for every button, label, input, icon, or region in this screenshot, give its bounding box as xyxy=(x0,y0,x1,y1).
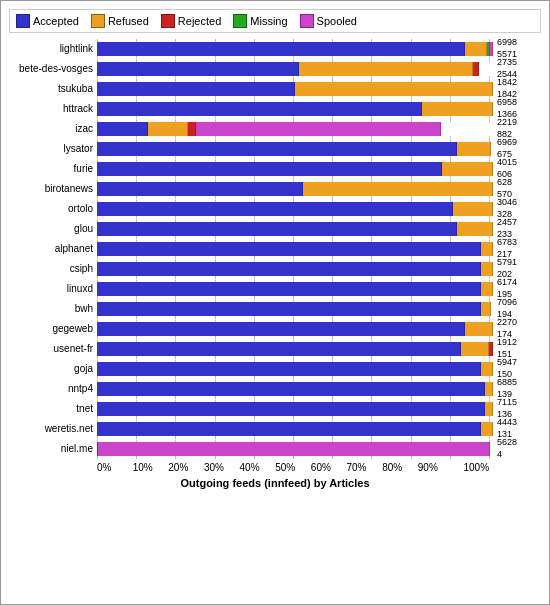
bar-row: alphanet6783217 xyxy=(9,239,541,258)
bar-value-top: 5628 xyxy=(497,437,541,449)
bar-segment-accepted xyxy=(97,42,465,56)
bar-segment-spooled xyxy=(490,42,493,56)
bar-value-top: 1842 xyxy=(497,77,541,89)
bar-row: nntp46885139 xyxy=(9,379,541,398)
bar-segment-accepted xyxy=(97,162,442,176)
bar-row: tsukuba18421842 xyxy=(9,79,541,98)
bar-segment-accepted xyxy=(97,62,299,76)
bar-track xyxy=(97,302,493,316)
row-label: linuxd xyxy=(9,283,97,294)
legend: Accepted Refused Rejected Missing Spoole… xyxy=(9,9,541,33)
legend-label: Spooled xyxy=(317,15,357,27)
bar-segment-accepted xyxy=(97,202,453,216)
bar-segment-accepted xyxy=(97,222,457,236)
row-label: lightlink xyxy=(9,43,97,54)
bar-segment-accepted xyxy=(97,302,481,316)
legend-color-box xyxy=(16,14,30,28)
row-label: lysator xyxy=(9,143,97,154)
x-tick: 40% xyxy=(240,462,276,473)
bar-value-top: 1912 xyxy=(497,337,541,349)
bar-value-top: 7115 xyxy=(497,397,541,409)
row-label: furie xyxy=(9,163,97,174)
legend-color-box xyxy=(91,14,105,28)
bar-track xyxy=(97,182,493,196)
bar-row: niel.me56284 xyxy=(9,439,541,458)
x-tick: 90% xyxy=(418,462,454,473)
row-label: usenet-fr xyxy=(9,343,97,354)
bar-track xyxy=(97,382,493,396)
x-tick: 50% xyxy=(275,462,311,473)
bar-value-top: 628 xyxy=(497,177,541,189)
bar-value-top: 4015 xyxy=(497,157,541,169)
bar-row: birotanews628570 xyxy=(9,179,541,198)
bar-value-top: 2219 xyxy=(497,117,541,129)
bar-track xyxy=(97,402,493,416)
row-label: bete-des-vosges xyxy=(9,63,97,74)
x-tick: 0% xyxy=(97,462,133,473)
legend-item-spooled: Spooled xyxy=(300,14,357,28)
bar-value-top: 6885 xyxy=(497,377,541,389)
legend-color-box xyxy=(300,14,314,28)
row-label: httrack xyxy=(9,103,97,114)
x-tick: 60% xyxy=(311,462,347,473)
bar-track xyxy=(97,442,493,456)
bar-track xyxy=(97,342,493,356)
bar-segment-refused xyxy=(442,162,493,176)
row-label: weretis.net xyxy=(9,423,97,434)
legend-label: Rejected xyxy=(178,15,221,27)
x-tick: 10% xyxy=(133,462,169,473)
bar-segment-refused xyxy=(485,382,493,396)
bar-segment-refused xyxy=(422,102,493,116)
bar-segment-accepted xyxy=(97,382,485,396)
bar-segment-accepted xyxy=(97,362,481,376)
bar-segment-rejected xyxy=(188,122,196,136)
bar-segment-refused xyxy=(481,262,493,276)
row-label: ortolo xyxy=(9,203,97,214)
chart-title: Outgoing feeds (innfeed) by Articles xyxy=(9,477,541,489)
bar-value-top: 6783 xyxy=(497,237,541,249)
bar-row: usenet-fr1912151 xyxy=(9,339,541,358)
bar-row: izac2219882 xyxy=(9,119,541,138)
legend-label: Missing xyxy=(250,15,287,27)
bar-row: linuxd6174195 xyxy=(9,279,541,298)
bar-segment-accepted xyxy=(97,342,461,356)
bar-track xyxy=(97,362,493,376)
bar-segment-spooled xyxy=(196,122,442,136)
bar-track xyxy=(97,142,493,156)
bar-segment-refused xyxy=(481,362,493,376)
bar-value-top: 4443 xyxy=(497,417,541,429)
x-tick: 30% xyxy=(204,462,240,473)
bar-track xyxy=(97,82,493,96)
row-label: bwh xyxy=(9,303,97,314)
bar-row: tnet7115136 xyxy=(9,399,541,418)
legend-item-rejected: Rejected xyxy=(161,14,221,28)
legend-label: Accepted xyxy=(33,15,79,27)
bar-row: weretis.net4443131 xyxy=(9,419,541,438)
bar-segment-accepted xyxy=(97,322,465,336)
bar-segment-refused xyxy=(461,342,489,356)
bars-container: lightlink69985571bete-des-vosges27352544… xyxy=(9,39,541,458)
bar-values: 56284 xyxy=(497,437,541,460)
bar-track xyxy=(97,62,493,76)
bar-segment-refused xyxy=(465,42,487,56)
bar-value-top: 5947 xyxy=(497,357,541,369)
bar-track xyxy=(97,42,493,56)
bar-value-top: 2457 xyxy=(497,217,541,229)
row-label: izac xyxy=(9,123,97,134)
bar-segment-accepted xyxy=(97,102,422,116)
row-label: birotanews xyxy=(9,183,97,194)
bar-segment-refused xyxy=(465,322,493,336)
bar-row: goja5947150 xyxy=(9,359,541,378)
bar-track xyxy=(97,202,493,216)
bar-segment-accepted xyxy=(97,182,303,196)
x-tick: 80% xyxy=(382,462,418,473)
bar-segment-accepted xyxy=(97,262,481,276)
bar-segment-refused xyxy=(481,302,491,316)
bar-value-bot: 4 xyxy=(497,449,541,461)
bar-segment-refused xyxy=(303,182,493,196)
bars-wrapper: lightlink69985571bete-des-vosges27352544… xyxy=(9,39,541,459)
bar-segment-refused xyxy=(453,202,493,216)
bar-segment-accepted xyxy=(97,142,457,156)
legend-item-refused: Refused xyxy=(91,14,149,28)
bar-value-top: 2270 xyxy=(497,317,541,329)
